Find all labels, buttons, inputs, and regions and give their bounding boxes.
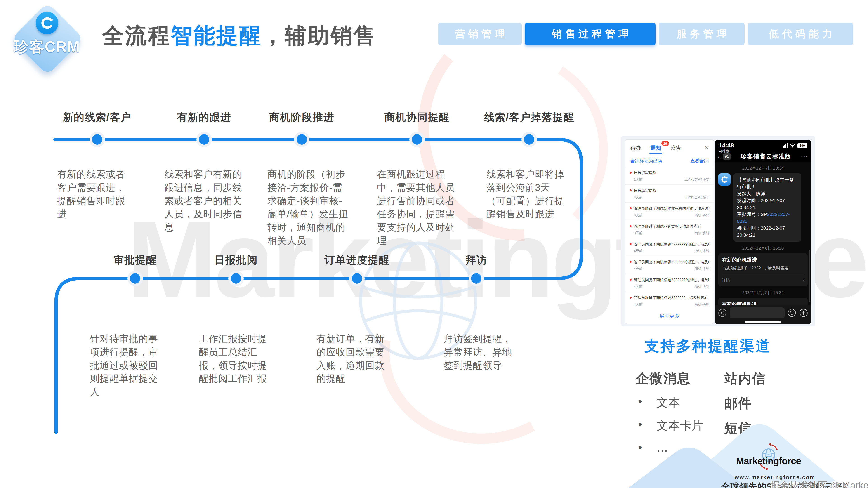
item-tag: 商机-协销 <box>694 302 709 307</box>
node-label: 日报批阅 <box>214 253 258 267</box>
node-label: 线索/客户掉落提醒 <box>484 110 575 124</box>
tab-lowcode[interactable]: 低代码能力 <box>748 23 853 45</box>
status-bar: 14:48 ◀ 搜索 100 <box>715 140 811 151</box>
signal-icon <box>783 143 788 148</box>
notification-center-screenshot: 待办 通知 19 公告 × 全部标记为已读 查看全部 日报填写提醒 2天前工作报… <box>625 139 714 324</box>
date-divider: 2022年12月8日 15:28 <box>718 245 808 251</box>
node-description: 拜访签到提醒，异常拜访、异地签到提醒领导 <box>444 332 521 372</box>
home-indicator <box>745 321 781 323</box>
node-description: 商机的阶段（初步接洽-方案报价-需求确定-谈判审核-赢单/输单）发生扭转时，通知… <box>268 168 349 247</box>
item-time: 4天前 <box>634 267 643 271</box>
unread-dot-icon <box>629 225 631 227</box>
wifi-icon <box>789 143 796 148</box>
node-label: 有新的跟进 <box>177 110 231 124</box>
node-description: 工作汇报按时提醒员工总结汇报，领导按时提醒批阅工作汇报 <box>199 332 276 386</box>
list-item[interactable]: 管理员回复了商机标题2222222的跟进，请及时查看 4天前商机-协销 <box>625 274 714 292</box>
item-time: 3天前 <box>634 213 643 217</box>
unread-dot-icon <box>629 207 631 209</box>
item-tag: 商机-协销 <box>694 213 709 217</box>
page-title: 全流程智能提醒，辅助销售 <box>102 21 376 51</box>
view-all-link[interactable]: 查看全部 <box>690 158 708 164</box>
battery-icon: 100 <box>797 143 807 148</box>
tab-notice[interactable]: 通知 19 <box>650 144 661 151</box>
date-divider: 2022年12月7日 20:34 <box>718 165 808 171</box>
title-highlight: 智能提醒 <box>170 23 262 48</box>
unread-dot-icon <box>629 189 631 191</box>
list-item[interactable]: 日报填写提醒 2天前工作报告-待提交 <box>625 166 714 184</box>
unread-dot-icon <box>629 297 631 299</box>
item-tag: 商机-协销 <box>694 284 709 289</box>
node-label: 拜访 <box>465 253 487 267</box>
node-description: 有新订单，有新的应收回款需要入账，逾期回款的提醒 <box>316 332 393 386</box>
node-description: 线索和客户即将掉落到公海前3天（可配置）进行提醒销售及时跟进 <box>487 168 565 221</box>
item-tag: 工作报告-待提交 <box>684 177 709 182</box>
item-time: 4天前 <box>634 302 643 307</box>
node-description: 在商机跟进过程中，需要其他人员进行售前协同或者任务协同，提醒需要支持的人及时处理 <box>377 168 459 247</box>
footer-logo-text: Marketingforce <box>735 456 802 466</box>
message-input[interactable] <box>730 307 784 318</box>
more-icon[interactable]: ··· <box>801 153 808 160</box>
chevron-right-icon: › <box>803 278 804 282</box>
tab-announcement[interactable]: 公告 <box>670 144 681 151</box>
unread-total-badge: 91 <box>723 153 731 160</box>
node-description: 线索和客户有新的跟进信息，同步线索或者客户的相关人员，及时同步信息 <box>164 168 243 234</box>
unread-count-badge: 19 <box>661 141 669 146</box>
detail-link[interactable]: 详情 <box>722 278 730 283</box>
tab-marketing[interactable]: 营销管理 <box>438 23 522 45</box>
list-item[interactable]: 管理员跟进了商机标题2222222，请及时查看 4天前商机-协销 <box>625 292 714 309</box>
node-label: 审批提醒 <box>114 253 157 267</box>
unread-dot-icon <box>629 261 631 263</box>
clock: 14:48 <box>719 142 734 149</box>
item-time: 3天前 <box>634 195 643 200</box>
emoji-icon[interactable] <box>787 308 796 317</box>
node-description: 针对待审批的事项进行提醒，审批通过或被驳回则提醒单据提交人 <box>90 332 167 399</box>
item-tag: 商机-协销 <box>694 231 709 235</box>
plus-icon[interactable] <box>799 308 808 317</box>
channel-header: 站内信 <box>724 370 766 388</box>
approval-message-bubble[interactable]: 【售前协同审批】您有一条待审批！ 发起人：陈洋 发起时间：2022-12-07 … <box>733 173 801 242</box>
list-item[interactable]: 管理员回复了商机标题2222222的跟进，请及时查看 4天前商机-协销 <box>625 238 714 256</box>
expand-more-link[interactable]: 展开更多 <box>625 310 714 324</box>
voice-icon[interactable] <box>718 308 727 317</box>
unread-dot-icon <box>629 243 631 245</box>
channels-title: 支持多种提醒渠道 <box>645 336 771 356</box>
category-tabs: 营销管理 销售过程管理 服务管理 低代码能力 <box>438 23 853 45</box>
node-description: 有新的线索或者客户需要跟进，提醒销售即时跟进 <box>57 168 132 221</box>
date-divider: 2022年12月8日 16:32 <box>718 290 808 296</box>
crm-app-icon <box>718 173 731 186</box>
item-tag: 商机-协销 <box>694 249 709 253</box>
crm-logo-icon <box>36 12 58 34</box>
close-icon[interactable]: × <box>705 144 708 151</box>
list-item[interactable]: 管理员回复了商机标题2222222的跟进，请及时查看 4天前商机-协销 <box>625 256 714 274</box>
item-time: 4天前 <box>634 249 643 253</box>
list-item[interactable]: 管理员跟进了测试新建并完善的逻辑，请及时查看 3天前商机-协销 <box>625 202 714 220</box>
tab-todo[interactable]: 待办 <box>630 144 641 151</box>
node-label: 商机协同提醒 <box>384 110 450 124</box>
channel-item: 文本卡片 <box>656 418 704 433</box>
mark-all-read-link[interactable]: 全部标记为已读 <box>630 158 662 164</box>
tab-sales-process[interactable]: 销售过程管理 <box>525 23 655 45</box>
node-label: 新的线索/客户 <box>63 110 131 124</box>
unread-dot-icon <box>629 172 631 174</box>
channel-header: 邮件 <box>724 395 766 412</box>
item-tag: 商机-协销 <box>694 267 709 271</box>
node-label: 订单进度提醒 <box>324 253 390 267</box>
wecom-chat-screenshot: 14:48 ◀ 搜索 100 ‹ 91 珍客销售云标准版 ··· 2022年12… <box>715 140 811 324</box>
back-icon[interactable]: ‹ <box>718 153 720 160</box>
chat-area[interactable]: 2022年12月7日 20:34 【售前协同审批】您有一条待审批！ 发起人：陈洋… <box>715 162 811 324</box>
channel-header: 企微消息 <box>636 370 704 388</box>
channel-item: … <box>656 441 704 454</box>
item-time: 4天前 <box>634 284 643 289</box>
channel-item: 文本 <box>656 395 704 410</box>
juejin-watermark: 掘金技术社区 @ Marketingforce <box>770 479 868 488</box>
list-item[interactable]: 日报填写提醒 3天前工作报告-待提交 <box>625 184 714 202</box>
item-tag: 工作报告-待提交 <box>684 195 709 200</box>
refresh-c-icon <box>40 16 54 30</box>
scrollbar[interactable] <box>809 250 810 302</box>
tab-service[interactable]: 服务管理 <box>659 23 745 45</box>
list-item[interactable]: 管理员跟进了测试业务类型，请及时查看 3天前商机-协销 <box>625 220 714 238</box>
item-time: 2天前 <box>634 177 643 182</box>
notification-tabs: 待办 通知 19 公告 × <box>625 140 714 155</box>
channel-other-column: 站内信 邮件 短信 <box>724 370 766 445</box>
followup-card[interactable]: 有新的商机跟进 马志远跟进了 122221，请及时查看 详情 › <box>718 253 808 286</box>
